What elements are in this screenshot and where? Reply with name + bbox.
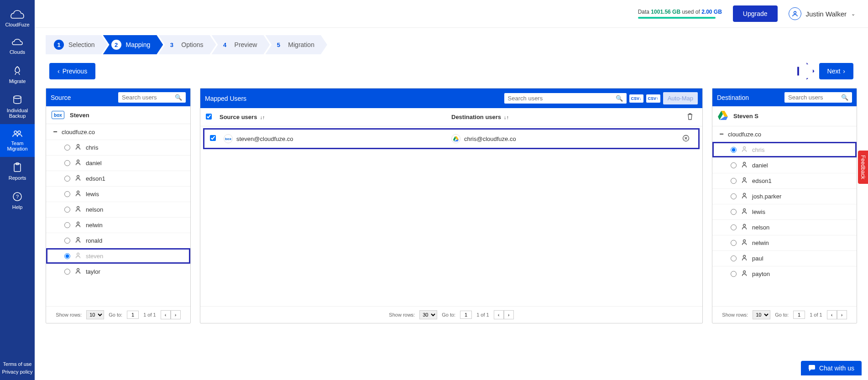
destination-account-name: Steven S [733, 113, 758, 120]
user-radio[interactable] [64, 207, 70, 213]
mapped-search-input[interactable] [508, 95, 613, 102]
user-radio[interactable] [64, 253, 70, 259]
user-row[interactable]: nelson [46, 202, 190, 217]
delete-row-button[interactable] [679, 135, 693, 143]
sidebar-item-help[interactable]: ? Help [0, 186, 35, 215]
source-search[interactable]: 🔍 [118, 92, 186, 103]
destination-goto-input[interactable] [793, 311, 805, 319]
source-show-rows[interactable]: 10 [86, 310, 104, 319]
user-radio[interactable] [731, 271, 737, 277]
sidebar-item-reports[interactable]: Reports [0, 157, 35, 186]
step-mapping[interactable]: 2Mapping [103, 35, 163, 54]
pager-show-label: Show rows: [722, 312, 748, 318]
source-prev-page[interactable]: ‹ [161, 310, 171, 319]
select-all-checkbox[interactable] [206, 114, 212, 120]
user-radio[interactable] [731, 240, 737, 246]
user-radio[interactable] [731, 162, 737, 168]
user-row[interactable]: steven [46, 248, 190, 264]
user-row[interactable]: daniel [712, 157, 857, 173]
sidebar-label: Migrate [9, 78, 26, 84]
chat-icon [808, 365, 816, 371]
col-source-users[interactable]: Source users ↓↑ [220, 114, 451, 120]
step-options[interactable]: 3Options [158, 35, 216, 54]
destination-search[interactable]: 🔍 [784, 92, 852, 103]
user-row[interactable]: nelwin [712, 235, 857, 250]
user-radio[interactable] [64, 176, 70, 182]
sidebar-label: Clouds [10, 49, 25, 55]
user-radio[interactable] [64, 191, 70, 197]
step-selection[interactable]: 1Selection [46, 35, 108, 54]
user-row[interactable]: nelwin [46, 217, 190, 233]
automap-button[interactable]: Auto-Map [663, 92, 698, 104]
user-menu[interactable]: Justin Walker ⌄ [789, 7, 855, 20]
svg-point-9 [77, 160, 79, 162]
sidebar-item-migrate[interactable]: Migrate [0, 60, 35, 89]
user-name: nelwin [86, 222, 103, 229]
mapped-next-page[interactable]: › [504, 310, 514, 319]
user-radio[interactable] [731, 209, 737, 215]
user-row[interactable]: chris [46, 140, 190, 155]
source-domain-row[interactable]: − cloudfuze.co [46, 124, 190, 140]
col-dest-label: Destination users [451, 114, 501, 120]
user-radio[interactable] [731, 224, 737, 230]
user-name: nelson [752, 224, 769, 231]
row-checkbox[interactable] [210, 135, 216, 141]
destination-search-input[interactable] [788, 94, 838, 101]
mapped-prev-page[interactable]: ‹ [494, 310, 504, 319]
user-row[interactable]: payton [712, 266, 857, 281]
next-button[interactable]: Next › [819, 63, 853, 79]
search-icon: 🔍 [841, 94, 848, 101]
upgrade-button[interactable]: Upgrade [733, 5, 778, 22]
user-row[interactable]: chris [712, 142, 857, 157]
user-row[interactable]: edson1 [712, 173, 857, 188]
mapped-show-rows[interactable]: 30 [419, 310, 437, 319]
destination-prev-page[interactable]: ‹ [827, 310, 837, 319]
mapped-goto-input[interactable] [460, 311, 472, 319]
destination-domain-row[interactable]: − cloudfuze.co [712, 126, 857, 142]
source-search-input[interactable] [122, 94, 172, 101]
user-row[interactable]: lewis [46, 186, 190, 202]
migration-stepper: 1Selection 2Mapping 3Options 4Preview 5M… [46, 35, 857, 54]
privacy-link[interactable]: Privacy policy [2, 368, 32, 376]
mapped-search[interactable]: 🔍 [504, 93, 627, 104]
col-dest-users[interactable]: Destination users ↓↑ [451, 114, 683, 120]
user-radio[interactable] [64, 269, 70, 275]
user-radio[interactable] [64, 222, 70, 228]
csv-import-icon[interactable]: CSV↑ [646, 94, 660, 103]
sidebar-item-individual-backup[interactable]: Individual Backup [0, 89, 35, 124]
user-radio[interactable] [731, 193, 737, 199]
user-row[interactable]: taylor [46, 264, 190, 279]
sidebar-item-clouds[interactable]: Clouds [0, 33, 35, 60]
user-radio[interactable] [64, 160, 70, 166]
previous-button[interactable]: ‹ Previous [49, 63, 95, 79]
user-row[interactable]: paul [712, 250, 857, 266]
user-name: daniel [752, 162, 768, 169]
feedback-tab[interactable]: Feedback [858, 151, 868, 184]
destination-next-page[interactable]: › [837, 310, 847, 319]
user-row[interactable]: josh.parker [712, 188, 857, 204]
delete-all-button[interactable] [683, 113, 697, 121]
user-row[interactable]: daniel [46, 155, 190, 171]
user-row[interactable]: edson1 [46, 171, 190, 186]
user-radio[interactable] [731, 178, 737, 184]
step-preview[interactable]: 4Preview [212, 35, 270, 54]
step-migration[interactable]: 5Migration [265, 35, 327, 54]
svg-point-15 [77, 253, 79, 255]
user-radio[interactable] [731, 255, 737, 261]
chat-widget[interactable]: Chat with us [801, 361, 862, 375]
user-radio[interactable] [64, 238, 70, 244]
source-next-page[interactable]: › [171, 310, 181, 319]
brand-logo[interactable]: CloudFuze [0, 4, 35, 33]
user-row[interactable]: lewis [712, 204, 857, 219]
pager-goto-label: Go to: [442, 312, 455, 318]
terms-link[interactable]: Terms of use [2, 360, 32, 368]
user-radio[interactable] [731, 147, 737, 153]
source-goto-input[interactable] [127, 311, 139, 319]
user-radio[interactable] [64, 145, 70, 151]
sidebar-item-team-migration[interactable]: Team Migration [0, 124, 35, 157]
user-row[interactable]: nelson [712, 219, 857, 235]
destination-show-rows[interactable]: 10 [753, 310, 770, 319]
csv-export-icon[interactable]: CSV↓ [629, 94, 643, 103]
user-row[interactable]: ronald [46, 233, 190, 248]
svg-point-7 [794, 11, 796, 14]
